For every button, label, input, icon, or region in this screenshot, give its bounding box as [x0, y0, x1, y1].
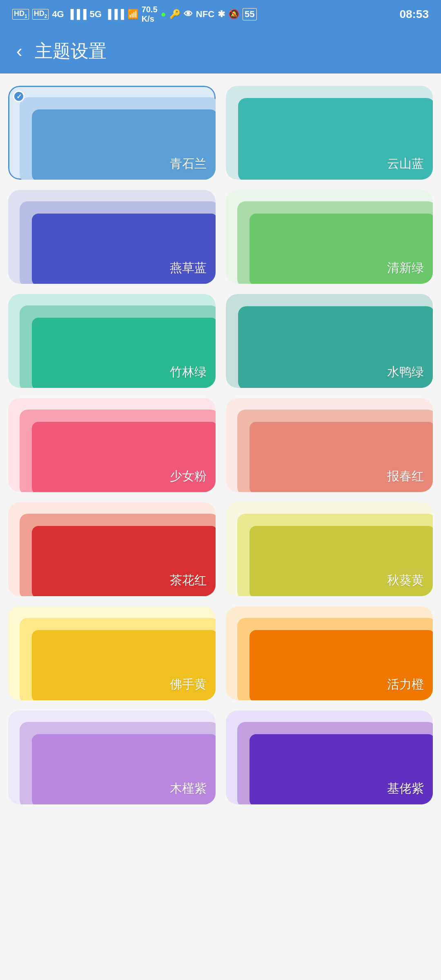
signal-bars-icon: ▐▐▐ — [67, 9, 87, 20]
status-left-icons: HD1 HD2 4G ▐▐▐ 5G ▐▐▐ 📶 70.5K/s ● 🔑 👁 NF… — [12, 5, 257, 24]
status-time: 08:53 — [399, 8, 429, 21]
theme-card-shuiya[interactable]: 水鸭绿 — [226, 294, 433, 388]
battery-green-icon: ● — [161, 9, 166, 20]
jutan-label: 基佬紫 — [387, 780, 424, 797]
hd1-icon: HD1 — [12, 9, 29, 20]
theme-card-yunshan[interactable]: 云山蓝 — [226, 86, 433, 180]
foshou-label: 佛手黄 — [170, 676, 207, 693]
yunshan-label: 云山蓝 — [387, 156, 424, 172]
speed-indicator: 70.5K/s — [142, 5, 158, 24]
5g-icon: 5G — [90, 9, 102, 20]
battery-icon: 55 — [243, 8, 256, 20]
qingshi-label: 青石兰 — [170, 156, 207, 172]
baochun-label: 报春红 — [387, 468, 424, 485]
theme-card-foshou[interactable]: 佛手黄 — [8, 606, 216, 700]
theme-card-chahua[interactable]: 茶花红 — [8, 502, 216, 596]
nfc-icon: NFC — [196, 9, 214, 20]
theme-card-qiukui[interactable]: 秋葵黄 — [226, 502, 433, 596]
status-bar: HD1 HD2 4G ▐▐▐ 5G ▐▐▐ 📶 70.5K/s ● 🔑 👁 NF… — [0, 0, 441, 29]
themes-content: 青石兰 云山蓝 燕草蓝 清新绿 竹林绿 — [0, 74, 441, 817]
shuiya-label: 水鸭绿 — [387, 364, 424, 381]
key-icon: 🔑 — [169, 9, 180, 20]
hd2-icon: HD2 — [32, 9, 49, 20]
theme-card-qingxin[interactable]: 清新绿 — [226, 190, 433, 284]
signal-bars-2-icon: ▐▐▐ — [105, 9, 124, 20]
shaonv-label: 少女粉 — [170, 468, 207, 485]
eye-icon: 👁 — [184, 9, 193, 20]
themes-grid: 青石兰 云山蓝 燕草蓝 清新绿 竹林绿 — [8, 86, 433, 804]
huoli-label: 活力橙 — [387, 676, 424, 693]
theme-card-yancao[interactable]: 燕草蓝 — [8, 190, 216, 284]
qiukui-label: 秋葵黄 — [387, 572, 424, 589]
page-title: 主题设置 — [35, 39, 107, 63]
zhulin-label: 竹林绿 — [170, 364, 207, 381]
selected-checkmark — [13, 91, 24, 102]
yancao-label: 燕草蓝 — [170, 260, 207, 276]
theme-card-shaonv[interactable]: 少女粉 — [8, 398, 216, 492]
theme-card-zhulin[interactable]: 竹林绿 — [8, 294, 216, 388]
qingxin-label: 清新绿 — [387, 260, 424, 276]
theme-card-huoli[interactable]: 活力橙 — [226, 606, 433, 700]
theme-card-qingshi[interactable]: 青石兰 — [8, 86, 216, 180]
mulan-label: 木槿紫 — [170, 780, 207, 797]
bluetooth-icon: ✱ — [218, 9, 225, 20]
bell-off-icon: 🔕 — [228, 9, 239, 20]
chahua-label: 茶花红 — [170, 572, 207, 589]
theme-card-mulan[interactable]: 木槿紫 — [8, 710, 216, 804]
status-right: 08:53 — [399, 8, 429, 21]
theme-card-baochun[interactable]: 报春红 — [226, 398, 433, 492]
app-header: ‹ 主题设置 — [0, 29, 441, 74]
4g-icon: 4G — [52, 9, 64, 20]
back-button[interactable]: ‹ — [16, 41, 22, 61]
wifi-icon: 📶 — [127, 9, 138, 20]
theme-card-jutan[interactable]: 基佬紫 — [226, 710, 433, 804]
